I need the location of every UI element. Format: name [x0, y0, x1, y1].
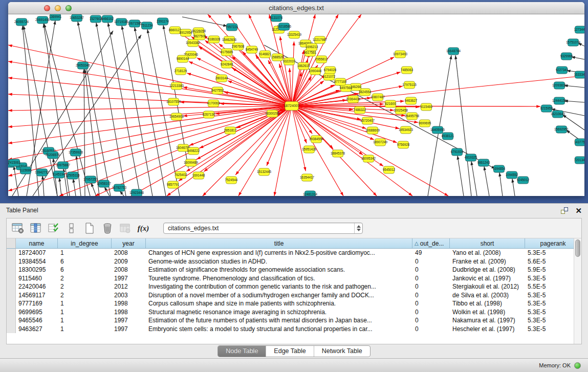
network-canvas[interactable]: 8660123891295418226058982750810543382818…	[8, 14, 584, 196]
graph-node[interactable]: 9227343	[556, 67, 569, 74]
graph-node[interactable]: 12481314	[303, 191, 318, 196]
graph-node[interactable]: 8454749	[246, 46, 258, 53]
column-header-out_degree[interactable]: △out_de...	[412, 238, 450, 249]
graph-node[interactable]: 6466162	[101, 15, 114, 23]
graph-node[interactable]: 1115686	[19, 167, 32, 174]
graph-node[interactable]: 15951428	[302, 146, 317, 153]
graph-node[interactable]: 13942737	[35, 169, 50, 176]
graph-node[interactable]: 19384554	[309, 136, 324, 143]
graph-node[interactable]: 2851817	[224, 127, 237, 134]
graph-node[interactable]: 12505115	[66, 172, 80, 179]
scrollbar-thumb[interactable]	[575, 239, 580, 257]
memory-status-icon[interactable]	[574, 362, 581, 369]
graph-node[interactable]: 13325419	[287, 31, 302, 38]
graph-node[interactable]: 16099489	[184, 159, 199, 166]
table-row[interactable]: 911546021997Tourette syndrome. Phenomeno…	[7, 274, 581, 283]
graph-node[interactable]: 19654908	[169, 113, 184, 120]
graph-node[interactable]: 7625402	[175, 171, 187, 179]
graph-node[interactable]: 9545012	[383, 166, 396, 173]
graph-node[interactable]: 1588520	[271, 54, 284, 61]
close-panel-icon[interactable]: ✕	[575, 207, 582, 214]
graph-node[interactable]: 1437758	[574, 139, 584, 146]
graph-node[interactable]: 2718129	[175, 68, 187, 75]
graph-node[interactable]: 1862615	[297, 62, 310, 70]
graph-node[interactable]: 9121072	[323, 73, 336, 80]
graph-node[interactable]: 18724007	[284, 102, 299, 111]
minimize-window-button[interactable]	[55, 5, 61, 11]
graph-node[interactable]: 18300295	[265, 110, 280, 117]
function-builder-icon[interactable]: f(x)	[137, 223, 149, 234]
graph-node[interactable]: 12444158	[552, 97, 567, 104]
graph-node[interactable]: 6794028	[324, 67, 337, 74]
graph-node[interactable]: 9699695	[419, 120, 431, 127]
table-row[interactable]: 1872400712008Changes of HCN gene express…	[7, 249, 581, 257]
graph-node[interactable]: 19218586	[277, 23, 292, 30]
graph-node[interactable]: 12213383	[169, 82, 184, 90]
graph-node[interactable]: 1273441	[574, 26, 584, 33]
graph-node[interactable]: 1527602	[90, 15, 102, 23]
graph-node[interactable]: 8267130	[203, 111, 215, 118]
graph-node[interactable]: 2391174	[157, 18, 169, 25]
column-header-year[interactable]: year	[112, 238, 146, 249]
graph-node[interactable]: 12093832	[552, 82, 567, 89]
graph-node[interactable]: 26495758	[405, 113, 420, 120]
graph-node[interactable]: 18907249	[373, 139, 388, 146]
graph-node[interactable]: 8186328	[208, 36, 221, 43]
graph-node[interactable]: 1369941	[49, 14, 62, 20]
graph-node[interactable]: 10653287	[70, 14, 84, 21]
graph-node[interactable]: 16405955	[430, 126, 445, 134]
column-header-rowheader[interactable]	[7, 238, 16, 249]
graph-node[interactable]: 7955812	[315, 56, 328, 63]
graph-node[interactable]: 8215958	[540, 105, 553, 112]
column-header-name[interactable]: name	[16, 238, 58, 249]
graph-node[interactable]: 30975887	[56, 162, 71, 169]
float-panel-icon[interactable]	[561, 207, 568, 214]
graph-node[interactable]: 10973493	[393, 51, 408, 58]
delete-column-icon[interactable]	[101, 223, 114, 234]
graph-node[interactable]: 6791939	[451, 148, 464, 156]
table-row[interactable]: 969969511998Structural magnetic resonanc…	[7, 308, 581, 317]
row-height-icon[interactable]	[66, 223, 78, 234]
graph-node[interactable]: 2967608	[232, 43, 245, 50]
table-row[interactable]: 1830029562008Estimation of significance …	[7, 266, 581, 274]
graph-node[interactable]: 1094552	[506, 171, 518, 179]
graph-node[interactable]: 10807487	[371, 94, 385, 101]
graph-node[interactable]: 9756928	[397, 141, 410, 148]
new-column-icon[interactable]	[83, 223, 96, 234]
graph-node[interactable]: 16648784	[446, 48, 461, 55]
graph-node[interactable]: 16782753	[112, 184, 127, 191]
graph-node[interactable]: 1633341	[574, 71, 584, 78]
graph-node[interactable]: 9146821	[259, 51, 272, 58]
graph-node[interactable]: 17359928	[69, 149, 83, 156]
graph-node[interactable]: 20364436	[346, 96, 361, 103]
column-header-pagerank[interactable]: pagerank	[525, 238, 581, 249]
graph-node[interactable]: 29053346	[76, 62, 91, 69]
graph-node[interactable]: 20206576	[46, 151, 60, 159]
graph-node[interactable]: 16095342	[361, 155, 376, 162]
graph-node[interactable]: 9890144	[177, 55, 189, 62]
tab-network-table[interactable]: Network Table	[314, 346, 370, 357]
graph-node[interactable]: 18845378	[331, 150, 345, 157]
tab-node-table[interactable]: Node Table	[218, 346, 266, 357]
graph-node[interactable]: 1696213	[306, 43, 318, 51]
graph-node[interactable]: 17975115	[402, 81, 417, 89]
graph-node[interactable]: 20691406	[35, 16, 50, 24]
table-row[interactable]: 946362711997Embryonic stem cells: a mode…	[7, 325, 581, 334]
graph-node[interactable]: 8938121	[442, 133, 454, 140]
graph-node[interactable]: 18107554	[166, 98, 181, 105]
graph-node[interactable]: 8427552	[211, 87, 224, 94]
table-source-select[interactable]: citations_edges.txt	[163, 223, 363, 234]
graph-node[interactable]: 7524544	[225, 177, 238, 184]
graph-node[interactable]: 9329966	[560, 53, 573, 60]
graph-node[interactable]: 10958107	[97, 180, 112, 187]
graph-node[interactable]: 9245012	[517, 177, 530, 184]
graph-node[interactable]: 5498222	[187, 147, 200, 155]
graph-node[interactable]: 8131074	[270, 14, 283, 21]
table-row[interactable]: 1456911722003Disruption of a novel membe…	[7, 291, 581, 300]
graph-node[interactable]: 9175685	[221, 49, 233, 56]
graph-node[interactable]: 7511234	[141, 22, 154, 29]
graph-node[interactable]: 1990448	[309, 68, 322, 75]
graph-node[interactable]: 7201345	[574, 157, 584, 164]
graph-node[interactable]: 9827508	[193, 33, 206, 40]
graph-node[interactable]: 10025458	[394, 107, 408, 114]
